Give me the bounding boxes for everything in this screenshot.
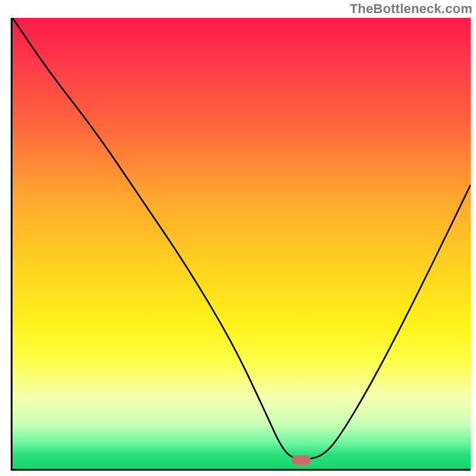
optimal-marker <box>292 455 311 465</box>
plot-area <box>11 18 471 471</box>
chart-frame: TheBottleneck.com <box>0 0 476 476</box>
watermark-text: TheBottleneck.com <box>350 1 472 17</box>
